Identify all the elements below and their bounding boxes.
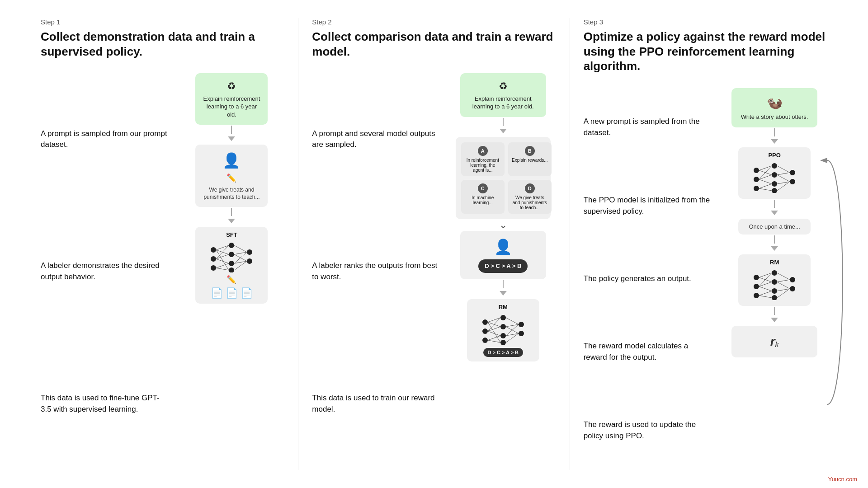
step2-person-icon: 👤	[466, 237, 541, 257]
step1-labeler-box: 👤 ✏️ We give treats and punishments to t…	[195, 145, 268, 207]
step2-content: A prompt and several model outputs are s…	[312, 73, 556, 470]
step2-output-A: A In reinforcement learning, the agent i…	[461, 142, 505, 176]
step1-prompt-text: Explain reinforcement learning to a 6 ye…	[203, 95, 260, 118]
step3-label: Step 3	[584, 18, 827, 26]
step2-arrow1	[500, 118, 507, 136]
step3-arrow1	[771, 128, 778, 146]
svg-point-50	[772, 172, 777, 178]
watermark: Yuucn.com	[828, 476, 857, 483]
svg-point-74	[790, 277, 795, 282]
step3-desc-1: The PPO model is initialized from the su…	[584, 190, 713, 221]
step3-feedback-arrow	[823, 124, 850, 441]
step3-ppo-svg	[750, 161, 799, 193]
svg-line-17	[234, 245, 247, 252]
svg-line-12	[216, 259, 229, 263]
step2-output-A-text: In reinforcement learning, the agent is.…	[465, 158, 501, 173]
svg-line-58	[759, 179, 772, 184]
step1-diagram: ♻ Explain reinforcement learning to a 6 …	[179, 73, 285, 470]
svg-point-5	[229, 261, 234, 266]
step3-prompt-box: 🦦 Write a story about otters.	[731, 88, 817, 127]
step3-content: A new prompt is sampled from the dataset…	[584, 88, 827, 470]
step3-title: Optimize a policy against the reward mod…	[584, 29, 827, 74]
step2-descriptions: A prompt and several model outputs are s…	[312, 73, 441, 470]
svg-point-4	[229, 252, 234, 257]
svg-point-25	[482, 338, 488, 343]
step2-prompt-text: Explain reinforcement learning to a 6 ye…	[472, 95, 534, 110]
step1-docs: 📄 📄 📄	[201, 287, 262, 299]
step2-output-B-text: Explain rewards...	[512, 158, 548, 163]
step3-arrow3	[771, 235, 778, 253]
step2-output-D: D We give treats and punishments to teac…	[508, 180, 552, 214]
step3-output-box: Once upon a time...	[738, 219, 811, 235]
svg-point-8	[247, 258, 252, 264]
step3-prompt-text: Write a story about otters.	[741, 113, 808, 120]
step1-desc-2: This data is used to fine-tune GPT-3.5 w…	[41, 388, 170, 419]
svg-point-0	[211, 247, 216, 253]
svg-point-72	[772, 288, 777, 294]
step2-rm-box: RM	[467, 299, 539, 361]
svg-line-62	[777, 166, 790, 173]
pencil-icon1: ✏️	[201, 173, 262, 183]
svg-line-35	[488, 331, 500, 336]
svg-line-83	[777, 273, 790, 280]
svg-point-69	[754, 293, 759, 298]
step2-label: Step 2	[312, 18, 556, 26]
step1-desc-0: A prompt is sampled from our prompt data…	[41, 124, 170, 155]
step3-descriptions: A new prompt is sampled from the dataset…	[584, 88, 713, 470]
svg-line-60	[759, 188, 772, 191]
step3-rm-label: RM	[744, 259, 805, 266]
step2-desc-1: A labeler ranks the outputs from best to…	[312, 256, 441, 287]
step3-desc-3: The reward model calculates a reward for…	[584, 336, 713, 367]
step3-desc-2: The policy generates an output.	[584, 269, 713, 289]
svg-line-87	[777, 282, 790, 289]
step2-labeler-box: 👤 D > C > A > B	[460, 231, 546, 279]
step1-content: A prompt is sampled from our prompt data…	[41, 73, 284, 470]
svg-line-14	[216, 268, 229, 270]
svg-point-54	[790, 179, 795, 184]
step2-output-B: B Explain rewards...	[508, 142, 552, 176]
step1-sft-box: SFT	[195, 227, 268, 304]
step2-output-C-text: In machine learning...	[465, 195, 501, 205]
svg-point-29	[500, 340, 506, 345]
step3-ppo-box: PPO	[738, 147, 811, 199]
recycle-icon: ♻	[203, 80, 260, 93]
main-container: Step 1 Collect demonstration data and tr…	[0, 0, 868, 488]
step2-prompt-box: ♻ Explain reinforcement learning to a 6 …	[460, 73, 546, 117]
step1-prompt-box: ♻ Explain reinforcement learning to a 6 …	[195, 73, 268, 125]
person-icon: 👤	[201, 151, 262, 170]
step3-arrow4	[771, 307, 778, 325]
step2-rm-ranking: D > C > A > B	[483, 348, 524, 357]
svg-point-27	[500, 324, 506, 329]
svg-point-70	[772, 270, 777, 276]
step2-rm-label: RM	[472, 304, 534, 310]
step2-ranking-text: D > C > A > B	[478, 259, 528, 273]
step2-arrow2	[500, 280, 507, 298]
step1-desc-1: A labeler demonstrates the desired outpu…	[41, 256, 170, 287]
svg-point-30	[519, 322, 524, 327]
svg-point-67	[754, 275, 759, 280]
step2-column: Step 2 Collect comparison data and train…	[298, 18, 570, 470]
step3-desc-4: The reward is used to update the policy …	[584, 415, 713, 446]
svg-point-24	[482, 328, 488, 334]
svg-line-59	[759, 184, 772, 188]
step2-recycle-icon: ♻	[467, 80, 539, 93]
step1-labeler-text: We give treats and punishments to teach.…	[201, 186, 262, 201]
svg-line-40	[506, 318, 519, 324]
step3-reward-sub: k	[775, 341, 779, 348]
step1-descriptions: A prompt is sampled from our prompt data…	[41, 73, 170, 470]
step2-output-C: C In machine learning...	[461, 180, 505, 214]
svg-line-63	[777, 173, 790, 175]
svg-point-31	[519, 331, 524, 336]
svg-point-28	[500, 333, 506, 338]
step1-column: Step 1 Collect demonstration data and tr…	[27, 18, 298, 470]
step2-neural-net-svg	[478, 313, 528, 345]
step2-diagram: ♻ Explain reinforcement learning to a 6 …	[450, 73, 556, 470]
svg-point-75	[790, 286, 795, 291]
svg-point-26	[500, 315, 506, 320]
step3-diagram: 🦦 Write a story about otters. PPO	[722, 88, 827, 470]
svg-point-73	[772, 295, 777, 300]
step3-reward-box: rk	[731, 326, 817, 357]
step3-desc-0: A new prompt is sampled from the dataset…	[584, 112, 713, 143]
svg-point-46	[754, 168, 759, 173]
step3-reward-val: r	[770, 334, 775, 348]
